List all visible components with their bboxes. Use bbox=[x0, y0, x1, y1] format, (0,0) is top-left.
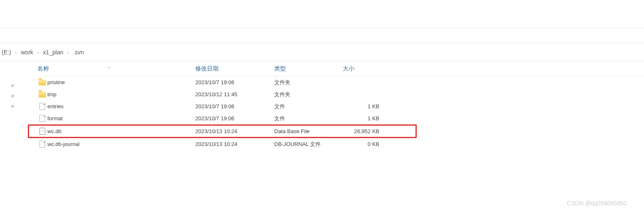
file-date: 2023/10/13 10:24 bbox=[195, 128, 274, 134]
file-type: 文件 bbox=[274, 103, 343, 110]
breadcrumb-item[interactable]: work bbox=[19, 49, 35, 56]
breadcrumb-drive[interactable]: (E:) bbox=[0, 49, 13, 56]
file-list: 名称 ⌃ 修改日期 类型 大小 pristine2023/10/7 19:06文… bbox=[25, 61, 644, 150]
file-type: 文件夹 bbox=[274, 91, 343, 98]
file-row[interactable]: format2023/10/7 19:06文件1 KB bbox=[37, 112, 644, 124]
file-row[interactable]: entries2023/10/7 19:06文件1 KB bbox=[37, 100, 644, 112]
file-row[interactable]: tmp2023/10/12 11:45文件夹 bbox=[37, 88, 644, 100]
sort-arrow-icon: ⌃ bbox=[107, 66, 111, 71]
header-name-label: 名称 bbox=[37, 65, 49, 73]
file-name[interactable]: pristine bbox=[47, 79, 195, 85]
folder-icon bbox=[39, 80, 46, 85]
column-headers: 名称 ⌃ 修改日期 类型 大小 bbox=[37, 61, 644, 76]
breadcrumb-separator-icon: › bbox=[13, 50, 20, 55]
database-file-icon bbox=[39, 128, 45, 135]
file-icon bbox=[39, 103, 45, 110]
file-date: 2023/10/7 19:06 bbox=[195, 79, 274, 85]
breadcrumb-item[interactable]: x1_plan bbox=[41, 49, 65, 56]
file-size: 26,952 KB bbox=[343, 128, 397, 134]
file-name[interactable]: wc.db-journal bbox=[47, 141, 195, 147]
file-type: Data Base File bbox=[274, 128, 343, 134]
breadcrumb-separator-icon: › bbox=[65, 50, 72, 55]
file-date: 2023/10/13 10:24 bbox=[195, 141, 274, 147]
file-size: 1 KB bbox=[343, 115, 397, 122]
folder-icon bbox=[39, 92, 46, 97]
header-size[interactable]: 大小 bbox=[343, 65, 397, 73]
file-row[interactable]: pristine2023/10/7 19:06文件夹 bbox=[37, 76, 644, 88]
watermark: CSDN @qq254085850 bbox=[567, 200, 627, 207]
file-type: 文件夹 bbox=[274, 79, 343, 86]
ribbon-area bbox=[0, 0, 644, 28]
quick-access-pins bbox=[0, 61, 25, 150]
breadcrumb-item[interactable]: .svn bbox=[71, 49, 86, 56]
file-type: 文件 bbox=[274, 115, 343, 122]
file-size: 1 KB bbox=[343, 103, 397, 109]
file-name[interactable]: wc.db bbox=[47, 128, 195, 134]
pin-icon bbox=[8, 102, 17, 111]
file-size: 0 KB bbox=[343, 141, 397, 147]
file-name[interactable]: entries bbox=[47, 103, 195, 109]
header-name[interactable]: 名称 ⌃ bbox=[37, 65, 195, 73]
file-name[interactable]: tmp bbox=[47, 91, 195, 97]
header-type[interactable]: 类型 bbox=[274, 65, 343, 73]
pin-icon bbox=[8, 82, 17, 90]
file-row[interactable]: wc.db2023/10/13 10:24Data Base File26,95… bbox=[28, 124, 417, 138]
file-date: 2023/10/7 19:06 bbox=[195, 103, 274, 109]
file-date: 2023/10/12 11:45 bbox=[195, 91, 274, 97]
file-date: 2023/10/7 19:06 bbox=[195, 115, 274, 122]
pin-icon bbox=[8, 92, 17, 100]
file-name[interactable]: format bbox=[47, 115, 195, 122]
breadcrumb-separator-icon: › bbox=[35, 50, 42, 55]
file-icon bbox=[39, 141, 45, 148]
file-icon bbox=[39, 115, 45, 122]
toolbar-area bbox=[0, 28, 644, 43]
file-row[interactable]: wc.db-journal2023/10/13 10:24DB-JOURNAL … bbox=[37, 138, 644, 150]
file-type: DB-JOURNAL 文件 bbox=[274, 141, 343, 148]
breadcrumb[interactable]: (E:) › work › x1_plan › .svn bbox=[0, 43, 644, 61]
header-date[interactable]: 修改日期 bbox=[195, 65, 274, 73]
